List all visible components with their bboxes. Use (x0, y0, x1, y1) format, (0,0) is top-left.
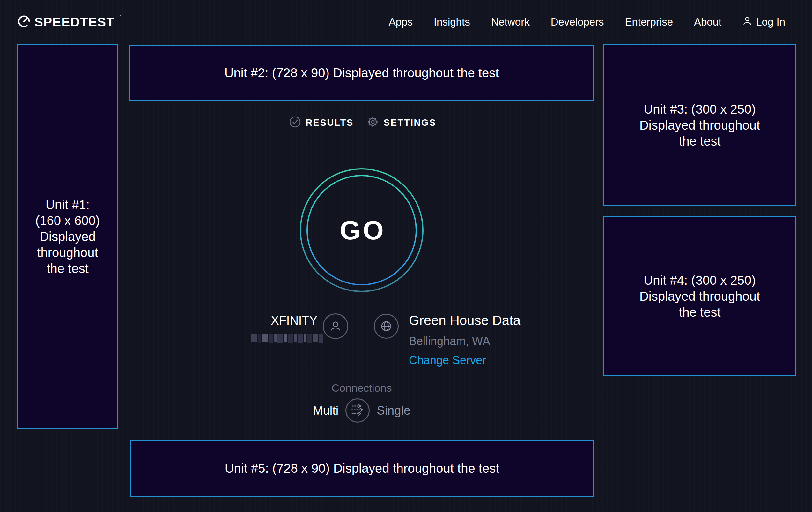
tabs-bar: RESULTS (302, 114, 423, 132)
ad-unit-3[interactable]: Unit #3: (300 x 250) Displayed throughou… (603, 44, 796, 206)
speedtest-logo[interactable]: SPEEDTEST ′ (17, 15, 120, 29)
ad-unit-1[interactable]: Unit #1: (160 x 600) Displayed throughou… (17, 44, 118, 429)
connections-multi-option[interactable]: Multi (313, 404, 338, 417)
tab-results[interactable]: RESULTS (289, 116, 354, 129)
nav-links: Apps Insights Network Developers Enterpr… (389, 16, 785, 28)
nav-link-enterprise[interactable]: Enterprise (625, 16, 673, 28)
connections-label: Connections (299, 382, 424, 394)
connections-toggle[interactable] (345, 398, 370, 423)
nav-link-apps[interactable]: Apps (389, 16, 413, 28)
nav-link-insights[interactable]: Insights (434, 16, 470, 28)
ad-unit-2[interactable]: Unit #2: (728 x 90) Displayed throughout… (129, 45, 594, 101)
speedtest-page: SPEEDTEST ′ Apps Insights Network Develo… (0, 0, 812, 512)
nav-link-network[interactable]: Network (491, 16, 530, 28)
isp-name: XFINITY (222, 314, 317, 327)
ad-unit-4[interactable]: Unit #4: (300 x 250) Displayed throughou… (603, 216, 796, 376)
check-circle-icon (289, 116, 301, 129)
nav-link-about[interactable]: About (694, 16, 721, 28)
tab-settings[interactable]: SETTINGS (367, 115, 436, 130)
server-globe-icon (374, 314, 399, 339)
dashed-arrows-icon (350, 402, 365, 419)
ad-unit-3-text: Unit #3: (300 x 250) Displayed throughou… (639, 101, 760, 149)
change-server-link[interactable]: Change Server (409, 354, 486, 367)
gauge-icon (17, 15, 31, 29)
ad-unit-1-text: Unit #1: (160 x 600) Displayed throughou… (35, 197, 100, 276)
redacted-ip (251, 334, 323, 344)
tab-results-label: RESULTS (306, 117, 354, 128)
ad-unit-5[interactable]: Unit #5: (728 x 90) Displayed throughout… (130, 440, 594, 497)
login-button[interactable]: Log In (743, 16, 785, 28)
user-icon (743, 16, 752, 28)
connections-row: Multi Single (299, 398, 424, 423)
ad-unit-2-text: Unit #2: (728 x 90) Displayed throughout… (225, 65, 499, 81)
brand-trademark: ′ (119, 15, 121, 21)
server-info: Green House Data Bellingham, WA Change S… (409, 314, 521, 367)
isp-user-icon (323, 314, 348, 339)
login-label: Log In (756, 16, 785, 28)
server-location: Bellingham, WA (409, 335, 521, 347)
nav-link-developers[interactable]: Developers (551, 16, 604, 28)
gear-icon (367, 115, 379, 130)
top-nav: SPEEDTEST ′ Apps Insights Network Develo… (0, 0, 812, 44)
go-label: GO (299, 168, 424, 292)
tab-settings-label: SETTINGS (384, 117, 436, 128)
server-name: Green House Data (409, 314, 521, 327)
go-button[interactable]: GO (299, 168, 424, 292)
brand-name: SPEEDTEST (34, 15, 115, 29)
ad-unit-5-text: Unit #5: (728 x 90) Displayed throughout… (225, 460, 499, 476)
ad-unit-4-text: Unit #4: (300 x 250) Displayed throughou… (639, 272, 760, 320)
connections-single-option[interactable]: Single (377, 404, 410, 417)
